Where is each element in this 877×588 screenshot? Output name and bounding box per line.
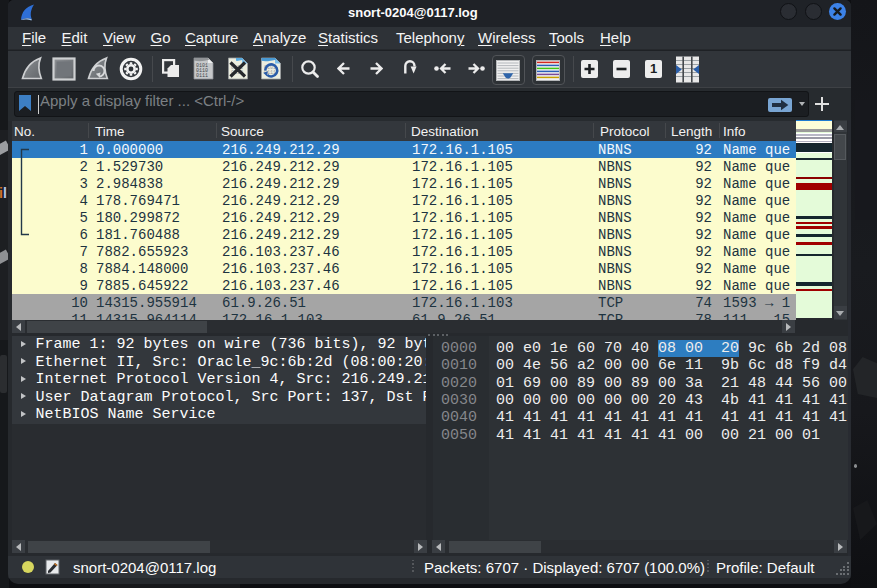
svg-text:0111: 0111 — [196, 73, 208, 79]
